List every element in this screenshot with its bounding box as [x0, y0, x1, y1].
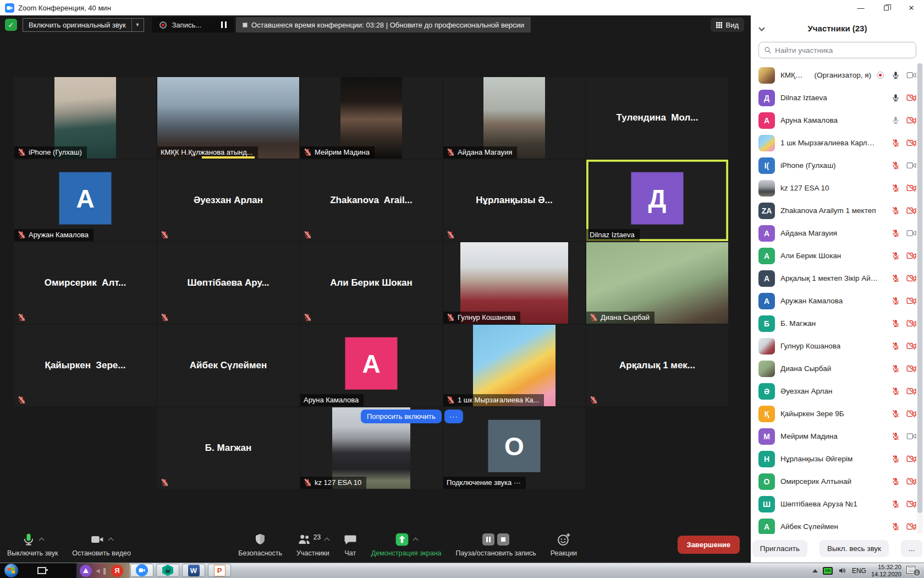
participant-row[interactable]: Д Dilnaz Iztaeva [751, 86, 924, 109]
participant-row[interactable]: Б Б. Магжан [751, 312, 924, 335]
participant-row[interactable]: 1 шк Мырзағалиева Карлыга [751, 132, 924, 154]
mute-all-button[interactable]: Выкл. весь звук [820, 540, 889, 557]
video-tile[interactable]: Б. Магжан [157, 407, 299, 489]
video-tile[interactable]: Әуезхан Арлан [157, 160, 299, 241]
chevron-down-icon[interactable]: ▼ [131, 19, 144, 31]
recording-indicator: Запись... [152, 17, 235, 32]
participant-row[interactable]: А Айдана Магауия [751, 222, 924, 244]
camera-status-icon [906, 274, 916, 282]
video-tile[interactable]: Гулнур Кошанова [443, 242, 585, 324]
taskbar-powerpoint-button[interactable]: P [208, 564, 231, 577]
time-remaining-banner[interactable]: Оставшееся время конференции: 03:28 | Об… [236, 17, 531, 32]
search-icon [764, 46, 772, 54]
clock-date: 14.12.2020 [871, 571, 901, 578]
participant-row[interactable]: Гулнур Кошанова [751, 335, 924, 357]
taskbar-zoom-button[interactable] [130, 564, 153, 577]
security-label: Безопасность [238, 549, 282, 557]
participant-row[interactable]: А Аружан Камалова [751, 290, 924, 312]
video-tile[interactable]: Арқалық 1 мек... [586, 325, 728, 406]
video-tile[interactable]: Мейрим Мадина [300, 77, 442, 159]
taskbar-word-button[interactable]: W [182, 564, 205, 577]
taskbar-kaspersky-button[interactable] [156, 564, 179, 577]
panel-scrollbar[interactable] [917, 63, 923, 536]
participant-row[interactable]: Н Нұрланқызы Әйгерім [751, 448, 924, 470]
video-tile[interactable]: Тулендина Мол... [586, 77, 728, 159]
original-sound-button[interactable]: Включить оригинальный звук ▼ [23, 18, 144, 32]
invite-button[interactable]: Пригласить [752, 540, 807, 557]
alisa-icon[interactable] [80, 565, 92, 577]
tray-expand-icon[interactable] [812, 569, 818, 572]
participant-row[interactable]: А Айбек Сүлеймен [751, 515, 924, 534]
video-tile[interactable]: 1 шк Мырзағалиева Ка... [443, 325, 585, 406]
video-tile[interactable]: Омирсерик Алт... [14, 242, 156, 324]
panel-collapse-chevron-icon[interactable] [758, 25, 765, 31]
chat-button[interactable]: Чат [337, 532, 364, 557]
video-tile[interactable]: Диана Сырбай [586, 242, 728, 324]
video-tile[interactable]: Д Dilnaz [586, 160, 728, 241]
mute-button[interactable]: Выключить звук [0, 532, 65, 557]
video-tile[interactable]: КМҚК Н.Құлжанова атынд... [157, 77, 299, 159]
notification-area-icon[interactable]: 1 [906, 566, 921, 576]
video-tile[interactable]: Zhakanova Arail... [300, 160, 442, 241]
video-tile[interactable]: А Аружан [14, 160, 156, 241]
volume-icon[interactable] [838, 566, 847, 575]
participants-chevron-icon[interactable] [324, 538, 330, 543]
participant-name-centered: Нұрланқызы Ә... [443, 160, 585, 241]
reactions-button[interactable]: Реакции [543, 532, 584, 557]
close-button[interactable]: ✕ [899, 0, 924, 15]
video-tile[interactable]: Қайыркен Зере... [14, 325, 156, 406]
language-indicator[interactable]: ENG [852, 567, 866, 575]
security-shield-icon[interactable]: ✓ [5, 19, 17, 31]
scrollbar-thumb[interactable] [917, 63, 922, 513]
video-tile[interactable]: Нұрланқызы Ә... [443, 160, 585, 241]
participant-name: kz 127 ESA 10 [780, 184, 829, 192]
video-tile[interactable]: Айбек Сүлеймен [157, 325, 299, 406]
yandex-browser-icon[interactable]: Я [111, 565, 123, 577]
participants-button[interactable]: 23 Участники [289, 532, 337, 557]
participant-row[interactable]: I( iPhone (Гулхаш) [751, 154, 924, 177]
participant-row[interactable]: ZA Zhakanova Arailym 1 мектеп [751, 199, 924, 222]
participant-row[interactable]: Ш Шөптібаева Аруза №1 [751, 493, 924, 515]
video-options-chevron-icon[interactable] [108, 538, 114, 543]
participant-row[interactable]: Ә Әуезхан Арлан [751, 380, 924, 402]
pause-recording-icon[interactable] [221, 21, 227, 28]
pause-stop-record-button[interactable]: Пауза/остановить запись [448, 532, 543, 557]
share-chevron-icon[interactable] [413, 538, 419, 543]
stop-video-button[interactable]: Остановить видео [65, 532, 138, 557]
participant-search[interactable] [758, 42, 916, 58]
participant-name-centered: Б. Магжан [157, 407, 299, 489]
participant-row[interactable]: Диана Сырбай [751, 357, 924, 380]
panel-more-button[interactable]: ... [901, 540, 922, 557]
video-tile[interactable]: Шөптібаева Ару... [157, 242, 299, 324]
display-tray-icon[interactable]: ON [823, 567, 833, 575]
minimize-button[interactable]: — [848, 0, 873, 15]
participant-row[interactable]: kz 127 ESA 10 [751, 177, 924, 199]
start-button[interactable] [4, 564, 18, 577]
share-screen-button[interactable]: Демонстрация экрана [364, 532, 449, 557]
participant-row[interactable]: М Мейрим Мадина [751, 425, 924, 448]
participant-row[interactable]: А Аруна Камалова [751, 109, 924, 132]
security-button[interactable]: Безопасность [231, 532, 289, 557]
end-meeting-button[interactable]: Завершение [678, 536, 740, 554]
participant-row[interactable]: О Омирсерик Алтынай [751, 470, 924, 493]
video-tile[interactable]: О Подклю [443, 407, 585, 489]
ask-to-unmute-button[interactable]: Попросить включить [361, 410, 442, 423]
participant-row[interactable]: КМҚК Н.... (Организатор, я) [751, 64, 924, 86]
video-tile[interactable]: А Аруна [300, 325, 442, 406]
tile-more-button[interactable]: ··· [444, 410, 463, 423]
video-tile[interactable]: Айдана Магауия [443, 77, 585, 159]
view-button[interactable]: Вид [711, 18, 744, 32]
participant-row[interactable]: А Арқалық 1 мектеп Зікір Айбек [751, 267, 924, 290]
video-tile[interactable]: iPhone (Гулхаш) [14, 77, 156, 159]
mic-options-chevron-icon[interactable] [38, 538, 44, 543]
camera-status-icon [906, 139, 916, 147]
video-tile[interactable]: Али Берик Шокан [300, 242, 442, 324]
avatar: I( [758, 157, 775, 174]
clock[interactable]: 15:32:20 14.12.2020 [871, 564, 901, 578]
participant-row[interactable]: Қ Қайыркен Зере 9Б [751, 402, 924, 425]
search-input[interactable] [775, 46, 911, 54]
restore-button[interactable] [873, 0, 899, 15]
participant-row[interactable]: А Али Берик Шокан [751, 244, 924, 267]
avatar: О [758, 473, 775, 490]
capture-tool-icon[interactable] [37, 567, 46, 574]
